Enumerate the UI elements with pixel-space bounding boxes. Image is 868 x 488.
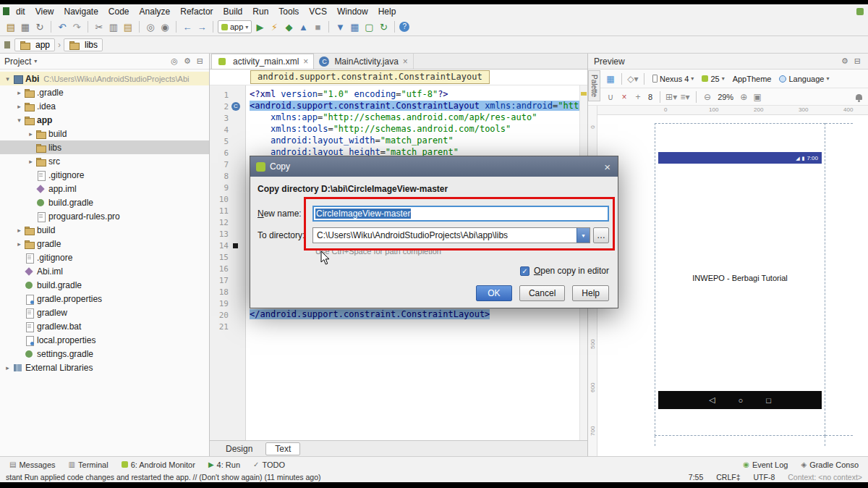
paste-icon[interactable]: ▤ <box>122 20 135 33</box>
ok-button[interactable]: OK <box>476 285 512 301</box>
help-button[interactable]: Help <box>572 285 609 301</box>
breadcrumb-item-libs[interactable]: libs <box>64 38 103 51</box>
toolwindow-terminal[interactable]: ▥Terminal <box>62 460 115 469</box>
zoom-in-icon[interactable]: ⊕ <box>738 91 749 103</box>
avd-manager-icon[interactable]: ▢ <box>362 20 375 33</box>
tree-item-abi[interactable]: ▾AbiC:\Users\Wiku\AndroidStudioProjects\… <box>0 72 209 85</box>
chevron-down-icon[interactable]: ▾ <box>34 58 37 64</box>
mode-tab-design[interactable]: Design <box>217 443 261 455</box>
api-level-selector[interactable]: 25▾ <box>699 74 727 84</box>
gradle-sync-icon[interactable]: ↻ <box>377 20 390 33</box>
nav-home-icon[interactable]: ○ <box>739 396 744 405</box>
chevron-collapsed-icon[interactable]: ▸ <box>14 227 24 234</box>
xml-tag-breadcrumb[interactable]: android.support.constraint.ConstraintLay… <box>250 70 490 84</box>
menu-item-build[interactable]: Build <box>218 7 248 17</box>
browse-button[interactable]: … <box>593 227 609 243</box>
copy-dialog-titlebar[interactable]: Copy × <box>250 156 618 177</box>
chevron-collapsed-icon[interactable]: ▸ <box>26 130 35 138</box>
apply-changes-icon[interactable]: ⚡ <box>268 20 281 33</box>
tree-item-gradle[interactable]: ▸.gradle <box>0 85 209 99</box>
menu-item-view[interactable]: View <box>30 7 59 17</box>
preview-hide-icon[interactable]: ⊟ <box>853 56 862 66</box>
cancel-button[interactable]: Cancel <box>519 285 565 301</box>
forward-icon[interactable]: → <box>195 20 208 33</box>
chevron-expanded-icon[interactable]: ▾ <box>14 117 24 124</box>
show-blueprint-icon[interactable]: ▦ <box>605 73 616 85</box>
device-selector[interactable]: Nexus 4▾ <box>650 74 697 84</box>
clear-constraints-icon[interactable]: × <box>618 91 630 103</box>
notifications-bell-icon[interactable] <box>856 94 862 100</box>
combobox-dropdown-button[interactable]: ▼ <box>576 228 590 243</box>
chevron-collapsed-icon[interactable]: ▸ <box>26 158 35 165</box>
open-copy-checkbox[interactable]: ✓ <box>520 266 529 276</box>
tree-item-gradlew[interactable]: gradlew <box>0 306 209 319</box>
tree-item-settings-gradle[interactable]: settings.gradle <box>0 347 209 361</box>
tree-item-proguard-rules-pro[interactable]: proguard-rules.pro <box>0 209 209 223</box>
tree-item-app[interactable]: ▾app <box>0 113 209 127</box>
encoding-indicator[interactable]: UTF-8 <box>754 473 775 481</box>
run-configuration-selector[interactable]: app▾ <box>218 20 252 33</box>
infer-constraints-icon[interactable]: + <box>632 91 644 103</box>
new-name-input[interactable]: CircleImageView-master <box>312 206 609 222</box>
preview-canvas[interactable]: 0100200300400 0100200300400500600700 ◢▮ … <box>588 106 868 456</box>
palette-tool-tab[interactable]: Palette <box>588 70 600 101</box>
tree-item-idea[interactable]: ▸.idea <box>0 99 209 113</box>
editor-tab-mainactivity-java[interactable]: CMainActivity.java× <box>314 54 414 69</box>
align-icon[interactable]: ≡▾ <box>679 91 691 103</box>
tree-item-app-iml[interactable]: app.iml <box>0 182 209 195</box>
undo-icon[interactable]: ↶ <box>56 20 69 33</box>
toolwindow-gradle-conso[interactable]: ◈Gradle Conso <box>794 460 865 469</box>
chevron-expanded-icon[interactable]: ▾ <box>3 75 12 83</box>
menu-item-analyze[interactable]: Analyze <box>135 7 176 17</box>
language-selector[interactable]: Language▾ <box>776 74 832 84</box>
tree-item-build[interactable]: ▸build <box>0 223 209 237</box>
mode-tab-text[interactable]: Text <box>265 442 300 455</box>
line-separator-indicator[interactable]: CRLF‡ <box>716 473 740 481</box>
theme-selector[interactable]: AppTheme <box>730 74 775 84</box>
tree-item-src[interactable]: ▸src <box>0 154 209 168</box>
tree-item-build[interactable]: ▸build <box>0 127 209 140</box>
tree-item-build-gradle[interactable]: build.gradle <box>0 278 209 292</box>
preview-settings-gear-icon[interactable]: ⚙ <box>840 56 850 66</box>
save-all-icon[interactable]: ▦ <box>19 20 32 33</box>
menu-item-window[interactable]: Window <box>332 7 373 17</box>
autoconnect-icon[interactable]: ∪ <box>605 91 616 103</box>
toolwindow-4-run[interactable]: ▶4: Run <box>202 460 247 469</box>
menu-item-refactor[interactable]: Refactor <box>175 7 218 17</box>
menu-item-help[interactable]: Help <box>373 7 401 17</box>
nav-recents-icon[interactable]: □ <box>766 396 771 405</box>
chevron-collapsed-icon[interactable]: ▸ <box>14 103 24 110</box>
find-icon[interactable]: ◎ <box>144 20 157 33</box>
cut-icon[interactable]: ✂ <box>93 20 106 33</box>
back-icon[interactable]: ← <box>181 20 194 33</box>
menu-item-run[interactable]: Run <box>247 7 273 17</box>
orientation-icon[interactable]: ◇▾ <box>627 73 639 85</box>
pack-icon[interactable]: ⊞▾ <box>665 91 677 103</box>
debug-icon[interactable]: ◆ <box>282 20 295 33</box>
toolwindow-messages[interactable]: ▤Messages <box>3 460 62 469</box>
menu-item-navigate[interactable]: Navigate <box>59 7 103 17</box>
menu-item-dit[interactable]: dit <box>11 7 30 17</box>
tree-item-local-properties[interactable]: local.properties <box>0 333 209 347</box>
redo-icon[interactable]: ↷ <box>70 20 83 33</box>
chevron-collapsed-icon[interactable]: ▸ <box>14 89 24 96</box>
zoom-out-icon[interactable]: ⊖ <box>702 91 713 103</box>
tree-item-gradlew-bat[interactable]: gradlew.bat <box>0 319 209 333</box>
menu-item-code[interactable]: Code <box>103 7 135 17</box>
toolwindow-todo[interactable]: ✓TODO <box>247 460 292 469</box>
caret-position[interactable]: 7:55 <box>689 473 703 481</box>
copy-icon[interactable]: ▥ <box>107 20 120 33</box>
locate-icon[interactable]: ◎ <box>169 56 179 66</box>
android-monitor-icon[interactable]: ▦ <box>348 20 361 33</box>
tree-item-external-libraries[interactable]: ▸External Libraries <box>0 361 209 374</box>
menu-item-vcs[interactable]: VCS <box>304 7 332 17</box>
tree-item-gradle[interactable]: ▸gradle <box>0 237 209 251</box>
editor-tab-activity-main-xml[interactable]: activity_main.xml× <box>211 54 314 69</box>
tree-item-gitignore[interactable]: .gitignore <box>0 251 209 264</box>
help-icon[interactable]: ? <box>399 22 409 32</box>
chevron-collapsed-icon[interactable]: ▸ <box>14 240 24 248</box>
toolwindow-6-android-monitor[interactable]: 6: Android Monitor <box>115 460 202 469</box>
settings-gear-icon[interactable]: ⚙ <box>182 56 192 66</box>
tree-item-libs[interactable]: libs <box>0 140 209 154</box>
breadcrumb-item-app[interactable]: app <box>14 38 55 51</box>
